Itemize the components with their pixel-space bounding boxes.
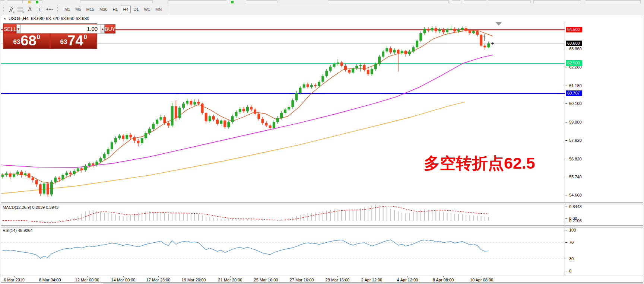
toolbar-remnant xyxy=(464,0,486,3)
candle-up xyxy=(54,178,57,182)
candle-up xyxy=(156,119,158,124)
candle-down xyxy=(69,173,72,175)
macd-plot-area[interactable]: MACD(12,26,9) 0.2039 0.3943 xyxy=(1,204,565,225)
timeframe-button-m5[interactable]: M5 xyxy=(73,6,83,13)
toolbar-separator xyxy=(168,5,168,14)
candle-down xyxy=(435,28,437,31)
candle-up xyxy=(446,30,448,32)
candle-down xyxy=(190,101,192,105)
candle-up xyxy=(329,67,332,71)
candle-up xyxy=(393,50,396,52)
date-axis-tick xyxy=(372,276,372,277)
text-tool-icon[interactable]: A xyxy=(25,5,35,14)
volume-decrease-button[interactable]: ▼ xyxy=(16,24,20,33)
candle-down xyxy=(405,51,407,54)
collapse-icon[interactable]: ▲ xyxy=(3,17,6,20)
candle-up xyxy=(193,102,196,105)
chart-text-annotation[interactable]: 多空转折点62.5 xyxy=(424,153,535,174)
arrows-tool-icon[interactable]: ✦✦ ▾ xyxy=(44,5,54,14)
candle-up xyxy=(220,121,222,124)
text-label-tool-icon[interactable]: T xyxy=(35,5,44,14)
rsi-tick-label: 70 xyxy=(569,240,574,245)
candle-up xyxy=(438,30,441,32)
candle-up xyxy=(141,138,143,143)
toolbar-remnant xyxy=(7,0,25,3)
candle-up xyxy=(227,122,230,127)
chart-ohlc-readout: 63.680 63.720 63.660 63.680 xyxy=(31,16,89,21)
fibonacci-tool-icon[interactable]: F xyxy=(15,5,25,14)
candle-up xyxy=(16,172,19,174)
timeframe-button-w1[interactable]: W1 xyxy=(142,6,153,13)
date-axis-tick xyxy=(337,276,338,277)
candle-up xyxy=(318,82,320,86)
chart-shift-marker-icon[interactable] xyxy=(496,22,502,26)
date-tick-label: 25 Mar 16:00 xyxy=(254,278,278,282)
price-plot-area[interactable]: SELL ▼ ▲ BUY 63 68 0 63 xyxy=(1,22,565,202)
grid-lines-icon xyxy=(18,7,23,12)
price-badge-60.707: 60.707 xyxy=(566,90,582,96)
candle-up xyxy=(111,142,113,149)
candle-up xyxy=(359,65,362,66)
chart-symbol-title: USOil-,H4 xyxy=(9,16,29,21)
macd-panel: MACD(12,26,9) 0.2039 0.3943 0.84430.000.… xyxy=(1,204,643,225)
toolbar-remnant xyxy=(168,0,227,3)
timeframe-button-h4[interactable]: H4 xyxy=(121,6,130,13)
sell-button[interactable]: SELL xyxy=(4,24,16,33)
toolbar-remnant-icon xyxy=(36,1,38,3)
price-tick-label: 60.100 xyxy=(569,101,582,106)
candle-down xyxy=(223,121,226,127)
candle-up xyxy=(408,51,411,54)
candle-up xyxy=(95,162,98,165)
candle-down xyxy=(265,123,268,125)
candle-up xyxy=(295,93,298,100)
candle-up xyxy=(126,135,128,139)
candle-down xyxy=(269,125,272,128)
candle-up xyxy=(382,51,384,57)
candle-down xyxy=(442,30,445,32)
candle-up xyxy=(178,108,181,118)
metatrader-window: E F A T ✦✦ ▾ M1M5M15M30H1H4D1W1MN ▲ USOi… xyxy=(0,0,644,284)
chart-title-bar: ▲ USOil-,H4 63.680 63.720 63.660 63.680 xyxy=(1,15,643,22)
candle-down xyxy=(167,123,170,125)
axis-tick xyxy=(565,86,567,86)
volume-input[interactable] xyxy=(20,24,101,33)
tool-subscript: F xyxy=(23,11,24,14)
sell-price-display[interactable]: 63 68 0 xyxy=(4,33,50,48)
rsi-plot-area[interactable]: RSI(14) 48.9264 xyxy=(1,227,565,275)
buy-button[interactable]: BUY xyxy=(105,24,115,33)
date-axis-tick xyxy=(194,276,194,277)
candle-up xyxy=(291,100,294,107)
rsi-panel: RSI(14) 48.9264 10070300 xyxy=(1,227,643,275)
volume-increase-button[interactable]: ▲ xyxy=(101,24,105,33)
candle-down xyxy=(122,135,124,139)
timeframe-button-m15[interactable]: M15 xyxy=(84,6,96,13)
timeframe-button-mn[interactable]: MN xyxy=(153,6,164,13)
timeframe-button-d1[interactable]: D1 xyxy=(131,6,141,13)
toolbar-grip[interactable] xyxy=(2,5,4,13)
candle-up xyxy=(374,64,377,69)
toolbar-remnant xyxy=(22,0,42,3)
candle-down xyxy=(80,168,83,170)
timeframe-button-h1[interactable]: H1 xyxy=(110,6,120,13)
candle-down xyxy=(212,116,215,119)
timeframe-group: M1M5M15M30H1H4D1W1MN xyxy=(62,4,164,14)
candle-down xyxy=(389,48,392,52)
timeframe-button-m30[interactable]: M30 xyxy=(97,6,110,13)
equidistant-channel-tool-icon[interactable]: E xyxy=(6,5,15,14)
candle-down xyxy=(9,173,12,177)
date-tick-label: 10 Apr 08:00 xyxy=(470,278,493,282)
price-tick-label: 54.660 xyxy=(569,192,582,198)
candle-up xyxy=(152,124,155,129)
timeframe-button-m1[interactable]: M1 xyxy=(62,6,72,13)
candle-up xyxy=(182,103,185,108)
candle-down xyxy=(250,107,253,109)
price-tick-label: 55.740 xyxy=(569,174,582,179)
buy-price-display[interactable]: 63 74 0 xyxy=(51,33,96,48)
toolbar-remnant xyxy=(246,0,277,3)
date-axis-tick xyxy=(14,276,15,277)
toolbar-grip[interactable] xyxy=(56,5,58,13)
axis-tick xyxy=(565,122,567,122)
date-tick-label: 6 Mar 2019 xyxy=(4,278,25,282)
candle-down xyxy=(216,119,219,124)
price-tick-label: 57.920 xyxy=(569,138,582,143)
